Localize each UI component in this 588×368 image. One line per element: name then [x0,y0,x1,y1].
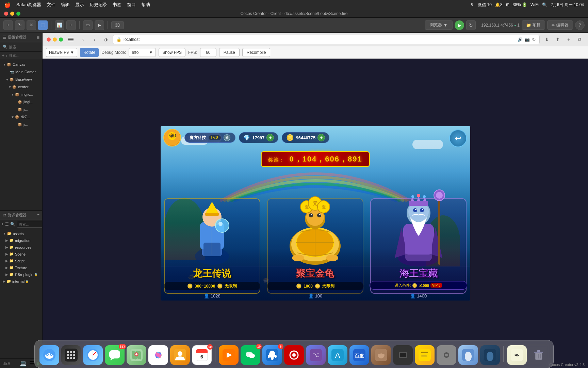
rect-btn[interactable]: ▭ [83,20,93,30]
editor-btn[interactable]: ✏ 编辑器 [547,20,573,30]
dock-photos[interactable] [148,345,168,365]
tree-center[interactable]: ▼ 📦 center [0,83,42,91]
asset-item-internal[interactable]: ▶ 📁 internal 🔒 [0,278,42,285]
asset-item-texture[interactable]: ▶ 📁 Texture [0,264,42,271]
dock-system-prefs[interactable] [437,345,456,365]
dock-devtools[interactable]: ⌥ [306,345,326,365]
maximize-btn[interactable] [16,12,20,16]
pause-btn[interactable]: Pause [219,48,240,57]
new-tab-btn[interactable]: + [564,35,573,44]
asset-item-script[interactable]: ▶ 📁 Script [0,258,42,264]
asset-item-resources[interactable]: ▶ 📁 resources [0,244,42,251]
dock-maps[interactable] [127,345,146,365]
audio-icon[interactable]: 🔊 [518,37,523,42]
asset-search-toggle-btn[interactable]: 🔍 [10,221,15,227]
safari-close-dot[interactable] [47,37,51,42]
hierarchy-search-bar[interactable]: 🔍 [0,42,42,52]
minimize-btn[interactable] [10,12,14,16]
browser-btn[interactable]: 浏览器 ▼ [425,20,453,30]
menu-edit[interactable]: 编辑 [61,2,70,8]
add-btn[interactable]: + [66,20,76,30]
graph-btn[interactable]: 📊 [55,20,64,30]
3d-toggle[interactable]: 3D [111,21,124,29]
help-btn[interactable]: ? [575,20,585,30]
tree-baseview[interactable]: ▼ 📦 BaseView [0,76,42,83]
wechat-icon[interactable]: 微信 10 [478,2,492,8]
menu-history[interactable]: 历史记录 [89,2,107,8]
menu-file[interactable]: 文件 [47,2,55,8]
hierarchy-search-input[interactable] [9,45,39,49]
console-list-icon[interactable]: ☰ [29,360,34,367]
asset-item-i18n[interactable]: ▶ 📁 i18n-plugin 🔒 [0,271,42,278]
close-btn[interactable]: ✕ [27,20,36,30]
dock-calendar[interactable]: 10 6 [192,345,212,365]
rotate-btn[interactable]: Rotate [80,48,99,57]
menu-bookmarks[interactable]: 书签 [113,2,121,8]
asset-item-migration[interactable]: ▶ 📁 migration [0,237,42,244]
grid-icon[interactable]: ⊞ [506,2,509,7]
tree-ji[interactable]: 📦 ji... [0,106,42,113]
debug-mode-select[interactable]: Info ▼ [129,48,156,57]
hierarchy-expand-icon[interactable]: ≡ [37,35,39,40]
dock-contacts[interactable] [170,345,190,365]
menu-view[interactable]: 显示 [75,2,84,8]
dock-messages[interactable]: 513 [105,345,125,365]
play-scene-btn[interactable]: ▶ [95,20,104,30]
dock-netease[interactable] [284,345,304,365]
sort-btn[interactable]: ↕ [6,53,8,58]
asset-expand-icon[interactable]: ≡ [37,213,39,217]
dock-app2[interactable] [480,345,500,365]
siri-icon[interactable]: 🎙 [470,2,474,7]
ide-refresh[interactable]: ↻ [466,20,476,30]
apple-menu[interactable]: 🍎 [4,2,11,8]
dock-trash[interactable] [529,345,549,365]
menu-window[interactable]: 窗口 [127,2,136,8]
camera-icon[interactable]: 📷 [525,37,530,42]
dock-appstore[interactable]: A [328,345,347,365]
asset-item-assets[interactable]: ▼ 📂 assets [0,230,42,237]
asset-add-btn[interactable]: + [1,221,4,227]
tabs-btn[interactable]: ⧉ [575,35,584,44]
asset-item-scene[interactable]: ▶ 📁 Scene [0,251,42,258]
safari-forward-btn[interactable]: › [90,35,99,44]
tree-canvas[interactable]: ▼ 📦 Canvas [0,61,42,68]
close-btn[interactable] [4,12,8,16]
dock-bear[interactable] [371,345,391,365]
dock-qq[interactable]: 8 [262,345,282,365]
safari-maximize-dot[interactable] [59,37,63,42]
reload-icon[interactable]: ↻ [532,37,536,42]
dock-baidu[interactable]: 百度 [349,345,369,365]
dock-finder[interactable] [39,345,59,365]
tree-jingi[interactable]: 📦 jingi... [0,98,42,106]
share-btn[interactable]: ⬆ [553,35,562,44]
app-menu[interactable]: Safari浏览器 [16,2,41,8]
notification-icon[interactable]: 🔔8 [495,2,503,7]
console-icon[interactable]: 💻 [20,360,27,367]
search-icon[interactable]: 🔍 [542,2,547,7]
add-node-btn[interactable]: + [2,53,4,58]
tree-jingjic[interactable]: ▼ 📦 jingjic... [0,91,42,98]
tree-dk7[interactable]: ▼ 📦 dk7... [0,113,42,121]
dock-play[interactable] [219,345,239,365]
recompile-btn[interactable]: Recompile [242,48,271,57]
dock-app1[interactable] [458,345,478,365]
dock-parallels[interactable] [393,345,413,365]
asset-list-btn[interactable]: ☰ [5,221,9,227]
dock-wechat[interactable]: 10 [241,345,260,365]
address-bar[interactable]: 🔒 localhost 🔊 📷 ↻ [113,35,540,44]
hierarchy-filter-input[interactable] [9,53,43,57]
asset-search-input[interactable] [17,221,43,228]
add-node-btn[interactable]: + [3,20,13,30]
safari-minimize-dot[interactable] [53,37,57,42]
dock-writer[interactable]: ✒ [507,345,527,365]
menu-help[interactable]: 帮助 [141,2,150,8]
wifi-icon[interactable]: WiFi [530,2,539,7]
dock-launchpad[interactable] [61,345,81,365]
select-btn[interactable]: ⬚ [38,20,48,30]
device-select[interactable]: Huawei P9 ▼ [46,48,77,57]
dock-notes[interactable] [415,345,435,365]
show-fps-btn[interactable]: Show FPS [159,48,185,57]
tree-main-camera[interactable]: 📷 Main Camer... [0,68,42,76]
sidebar-toggle-btn[interactable] [66,35,76,44]
safari-back-btn[interactable]: ‹ [79,35,87,44]
